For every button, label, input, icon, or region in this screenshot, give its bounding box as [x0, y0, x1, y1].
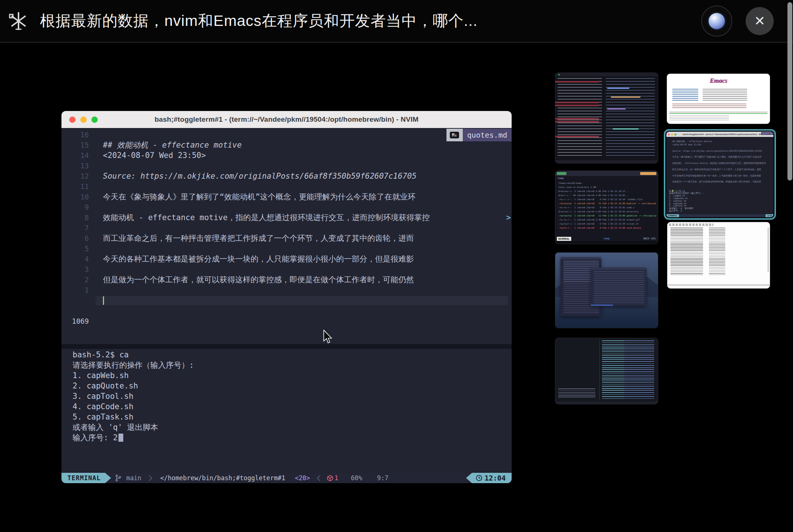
terminal-line: 或者输入 'q' 退出脚本 [73, 422, 509, 432]
terminal-cursor [118, 434, 123, 442]
thumb-decoration [555, 160, 658, 163]
editor-line: 13 [61, 161, 512, 171]
editor-line: 9 [61, 202, 512, 212]
thumb-encoding: UNIX 42% [643, 237, 656, 241]
thumb-decoration [669, 223, 713, 226]
thumb-decoration [640, 172, 656, 175]
app-logo-icon [8, 11, 29, 31]
editor-line: 2但是做为一个个体工作者，就可以获得这样的掌控感，即便是在做个体工作者时，可能仍… [61, 275, 512, 285]
lightbox-title: 根据最新的数据，nvim和Emacs在程序员和开发者当中，哪个... [40, 11, 478, 31]
mode-indicator: TERMINAL [61, 473, 111, 483]
thumb-decoration [709, 228, 725, 275]
terminal-line: 2. capQuote.sh [73, 381, 509, 391]
thumb-listing-rows: /home/x3ero0/temp: total used in directo… [558, 181, 656, 230]
nvim-editor: M↓ quotes.md 16 15## 效能动机 - effectance m… [61, 128, 512, 473]
thumb-decoration [555, 105, 599, 106]
thumb-mini-body: ## 效能动机 - effectance motive <2024-08-07 … [666, 137, 773, 214]
thumb-mini-statusbar: TERMINAL 12:04 [666, 214, 773, 217]
thumb-decoration [672, 104, 746, 109]
git-branch: main [126, 474, 141, 482]
cursor-position: 9:7 [377, 474, 389, 482]
wrap-indicator: > [506, 212, 511, 223]
text-cursor [103, 296, 104, 305]
scroll-progress: 60% [351, 474, 362, 482]
thumb-decoration [668, 134, 670, 135]
thumb-decoration [558, 74, 560, 75]
diagnostics-error: 1 [327, 474, 338, 482]
editor-line: 8效能动机 - effectance motive，指的是人想通过很环境进行交互… [61, 212, 512, 223]
thumb-decoration [599, 340, 600, 400]
thumb-decoration [555, 136, 599, 137]
mouse-cursor [323, 330, 332, 344]
editor-line: 5 [61, 243, 512, 254]
thumb-decoration [602, 340, 624, 399]
thumb-decoration [607, 108, 626, 110]
thumb-decoration [555, 241, 658, 244]
thumb-decoration [555, 118, 599, 119]
thumb-mini-title: bash;#toggleterm#1 - (term://~/Vandee/pk… [675, 133, 772, 135]
thumbnail-magit-code[interactable] [555, 73, 658, 164]
thumb-buffer-name: temp [555, 237, 658, 241]
nvim-statusline: TERMINAL main </homebrew/bin/bash;#toggl… [61, 473, 512, 483]
thumbnail-terminal-file-listing[interactable] [555, 338, 658, 404]
clock-icon [476, 475, 482, 481]
editor-cursor-line: 1069 [61, 295, 512, 306]
lightbox-overlay: { "lightbox": { "title": "根据最新的数据，nvim和E… [0, 0, 793, 532]
thumbnail-nvim-current-selected[interactable]: bash;#toggleterm#1 - (term://~/Vandee/pk… [664, 129, 776, 220]
thumb-decoration [607, 88, 629, 89]
thumbnail-desktop-code-windows[interactable] [555, 252, 658, 328]
terminal-line: 5. capTask.sh [73, 412, 509, 422]
scrollbar[interactable] [787, 2, 792, 181]
globe-button[interactable] [701, 6, 732, 37]
thumb-decoration [767, 228, 769, 272]
thumb-decoration [703, 89, 747, 101]
terminal-prompt-line: 输入序号: 2 [73, 432, 509, 443]
thumb-decoration [669, 115, 729, 121]
editor-line: 14<2024-08-07 Wed 23:50> [61, 150, 512, 161]
thumbnail-emacs-splash[interactable]: Emacs [667, 74, 770, 124]
header-actions: ✕ [701, 6, 774, 37]
close-button[interactable]: ✕ [746, 7, 774, 35]
lightbox-header: 根据最新的数据，nvim和Emacs在程序员和开发者当中，哪个... ✕ [0, 0, 793, 43]
buffer-flag: <20> [295, 474, 310, 482]
editor-line: 10今天在《象与骑象人》里了解到了“效能动机”这个概念，更能理解为什么今天除了在… [61, 192, 512, 202]
thumb-decoration [611, 97, 640, 98]
thumb-decoration [613, 128, 639, 129]
thumb-decoration [555, 81, 599, 83]
globe-icon [709, 13, 725, 29]
thumb-decoration [671, 134, 673, 135]
editor-line: 4今天的各种工作基本都是被拆分成一块一块的，人只能掌握很小很小的一部分，但是很难… [61, 254, 512, 264]
git-branch-icon [116, 474, 121, 482]
separator-chevron [147, 475, 153, 481]
emacs-logo: Emacs [667, 77, 770, 84]
thumb-decoration [591, 267, 646, 306]
terminal-line: 请选择要执行的操作（输入序号）: [73, 360, 509, 370]
thumb-decoration [667, 284, 770, 286]
main-image-nvim-window[interactable]: bash;#toggleterm#1 - (term://~/Vandee/pk… [61, 111, 512, 483]
thumb-decoration [555, 401, 658, 404]
editor-line: 16 [61, 129, 512, 140]
thumbnail-emacs-buffer-list[interactable] [667, 222, 770, 289]
thumb-mini-cursor [672, 190, 673, 192]
thumb-decoration [555, 102, 599, 103]
terminal-line: 3. capTool.sh [73, 391, 509, 401]
cursorline-highlight [96, 296, 508, 305]
terminal-line: 1. capWeb.sh [73, 370, 509, 381]
thumb-breadcrumb: temp [558, 177, 564, 180]
thumbnail-directory-listing[interactable]: temp /home/x3ero0/temp: total used in di… [555, 171, 658, 244]
thumb-mini-badge: quotes.md [761, 132, 773, 135]
window-title: bash;#toggleterm#1 - (term://~/Vandee/pk… [61, 115, 512, 124]
editor-line: 7 [61, 223, 512, 233]
thumb-decoration [555, 73, 658, 76]
close-icon: ✕ [754, 13, 765, 29]
thumb-decoration [669, 111, 767, 114]
thumb-mini-time: 12:04 [766, 214, 773, 217]
error-cube-icon [327, 475, 333, 481]
window-titlebar: bash;#toggleterm#1 - (term://~/Vandee/pk… [61, 111, 512, 128]
terminal-line: bash-5.2$ ca [73, 350, 509, 360]
editor-line: 11 [61, 181, 512, 192]
separator-chevron [317, 475, 322, 481]
thumb-mini-titlebar: bash;#toggleterm#1 - (term://~/Vandee/pk… [666, 132, 773, 137]
thumb-decoration [670, 228, 703, 275]
thumb-decoration [672, 89, 698, 101]
